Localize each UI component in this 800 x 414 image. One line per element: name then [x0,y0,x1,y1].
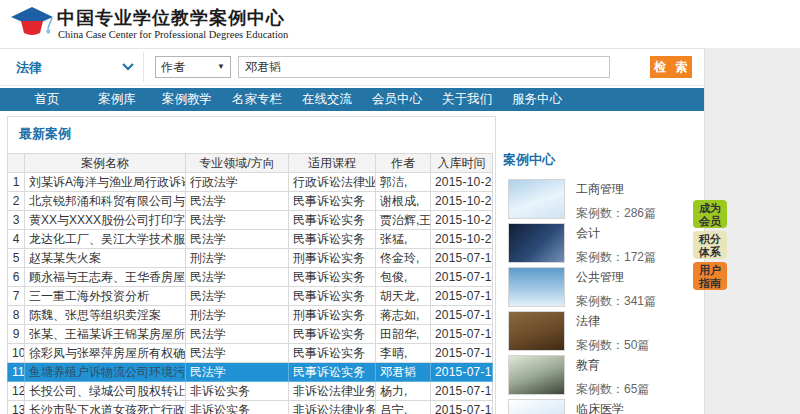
floating-button-line1: 用户 [693,264,727,277]
case-name-link[interactable]: 张某、王福某诉王锦某房屋所有权确认 [25,325,186,344]
main-column: 法律 作者 ▼ 检 索 首页 案例库 案例教学 名家专栏 在线交流 会员中心 关… [0,48,705,414]
case-date: 2015-07-10 [431,325,493,344]
category-item[interactable]: 公共管理 案例数：341篇 [503,267,703,307]
case-author: 李晴, [376,344,431,363]
category-item[interactable]: 法律 案例数：50篇 [503,311,703,351]
nav-item[interactable]: 会员中心 [362,88,432,111]
case-name-link[interactable]: 龙达化工厂、吴江大学技术服务合同纠 [25,230,186,249]
category-item[interactable]: 会计 案例数：172篇 [503,223,703,263]
case-name-link[interactable]: 鱼塘养殖户诉物流公司环境污染损害案 [25,363,186,382]
case-name-link[interactable]: 三一重工海外投资分析 [25,287,186,306]
case-date: 2015-07-12 [431,287,493,306]
search-bar: 法律 作者 ▼ 检 索 [0,48,704,86]
col-header-name: 案例名称 [25,154,186,173]
case-author: 张猛, [376,230,431,249]
category-count: 案例数：286篇 [576,205,656,222]
case-author: 蒋志如, [376,306,431,325]
table-row: 13 长沙市坠下水道女孩死亡行政救助案例 非诉讼实务 非诉讼法律业务 吕宁, 2… [8,401,493,414]
row-index: 1 [8,173,25,192]
case-course: 民事诉讼实务 [289,192,376,211]
case-course: 民事诉讼实务 [289,211,376,230]
nav-item[interactable]: 在线交流 [292,88,362,111]
case-field: 民法学 [186,268,289,287]
category-list: 工商管理 案例数：286篇 会计 案例数：172篇 公共管理 [503,179,703,414]
category-dropdown-value: 法律 [16,60,42,75]
table-row: 10 徐彩凤与张翠萍房屋所有权确认纠纷案 民法学 民事诉讼实务 李晴, 2015… [8,344,493,363]
case-name-link[interactable]: 长沙市坠下水道女孩死亡行政救助案例 [25,401,186,414]
case-name-link[interactable]: 北京锐邦涌和科贸有限公司与强生（上 [25,192,186,211]
case-course: 刑事诉讼实务 [289,306,376,325]
row-index: 2 [8,192,25,211]
row-index: 4 [8,230,25,249]
case-author: 邓君韬 [376,363,431,382]
case-field: 民法学 [186,192,289,211]
case-date: 2015-07-10 [431,401,493,414]
case-field: 民法学 [186,211,289,230]
table-row: 3 黄XX与XXXX股份公司打印字迹时间... 民法学 民事诉讼实务 贾治辉,王… [8,211,493,230]
nav-item[interactable]: 名家专栏 [222,88,292,111]
table-row: 2 北京锐邦涌和科贸有限公司与强生（上 民法学 民事诉讼实务 谢根成, 2015… [8,192,493,211]
case-field: 刑法学 [186,249,289,268]
floating-button-line2: 会员 [693,215,727,228]
row-index: 8 [8,306,25,325]
nav-item[interactable]: 案例库 [82,88,152,111]
category-dropdown[interactable]: 法律 [16,58,136,77]
col-header-author: 作者 [376,154,431,173]
case-date: 2015-07-10 [431,344,493,363]
site-title: 中国专业学位教学案例中心 [57,6,285,30]
case-field: 非诉讼实务 [186,382,289,401]
case-field: 民法学 [186,344,289,363]
floating-button-line1: 积分 [693,233,727,246]
search-button[interactable]: 检 索 [650,56,692,78]
table-row: 5 赵某某失火案 刑法学 刑事诉讼实务 佟金玲, 2015-07-16 [8,249,493,268]
case-name-link[interactable]: 陈魏、张思等组织卖淫案 [25,306,186,325]
table-row: 8 陈魏、张思等组织卖淫案 刑法学 刑事诉讼实务 蒋志如, 2015-07-10 [8,306,493,325]
case-course: 行政诉讼法律业务 [289,173,376,192]
case-name-link[interactable]: 徐彩凤与张翠萍房屋所有权确认纠纷案 [25,344,186,363]
row-index: 3 [8,211,25,230]
row-index: 7 [8,287,25,306]
cases-table: 案例名称 专业领域/方向 适用课程 作者 入库时间 1 刘某诉A海洋与渔业局行政… [7,153,493,414]
search-input[interactable] [238,56,610,78]
case-name-link[interactable]: 刘某诉A海洋与渔业局行政诉讼案 [25,173,186,192]
case-author: 田韶华, [376,325,431,344]
row-index: 11 [8,363,25,382]
site-subtitle: China Case Center for Professional Degre… [58,29,288,40]
category-thumbnail-image [508,179,565,219]
category-item[interactable]: 临床医学 [503,399,703,414]
category-item[interactable]: 工商管理 案例数：286篇 [503,179,703,219]
case-author: 杨力, [376,382,431,401]
row-index: 9 [8,325,25,344]
graduation-cap-icon[interactable] [10,6,54,42]
nav-item[interactable]: 首页 [12,88,82,111]
main-nav: 首页 案例库 案例教学 名家专栏 在线交流 会员中心 关于我们 服务中心 [0,88,704,111]
category-thumbnail-image [508,355,565,395]
case-date: 2015-07-14 [431,268,493,287]
nav-item[interactable]: 案例教学 [152,88,222,111]
category-name: 会计 [576,225,656,242]
category-name: 教育 [576,357,649,374]
category-item[interactable]: 教育 案例数：65篇 [503,355,703,395]
case-field: 行政法学 [186,173,289,192]
case-date: 2015-10-26 [431,211,493,230]
case-author: 郭洁, [376,173,431,192]
case-name-link[interactable]: 赵某某失火案 [25,249,186,268]
case-field: 民法学 [186,363,289,382]
nav-item[interactable]: 关于我们 [432,88,502,111]
case-course: 民事诉讼实务 [289,287,376,306]
floating-button[interactable]: 成为 会员 [693,200,727,228]
floating-button[interactable]: 积分 体系 [693,231,727,259]
table-row: 7 三一重工海外投资分析 民法学 民事诉讼实务 胡天龙, 2015-07-12 [8,287,493,306]
field-select[interactable]: 作者 ▼ [155,56,231,78]
field-select-value: 作者 [161,60,185,74]
nav-item[interactable]: 服务中心 [502,88,572,111]
case-name-link[interactable]: 长投公司、绿城公司股权转让仲裁案（ [25,382,186,401]
table-row: 1 刘某诉A海洋与渔业局行政诉讼案 行政法学 行政诉讼法律业务 郭洁, 2015… [8,173,493,192]
case-course: 民事诉讼实务 [289,268,376,287]
case-name-link[interactable]: 黄XX与XXXX股份公司打印字迹时间... [25,211,186,230]
category-thumbnail-image [508,267,565,307]
case-name-link[interactable]: 顾永福与王志寿、王华香房屋买卖合同 [25,268,186,287]
category-count: 案例数：50篇 [576,337,649,354]
floating-button[interactable]: 用户 指南 [693,262,727,290]
table-row: 11 鱼塘养殖户诉物流公司环境污染损害案 民法学 民事诉讼实务 邓君韬 2015… [8,363,493,382]
